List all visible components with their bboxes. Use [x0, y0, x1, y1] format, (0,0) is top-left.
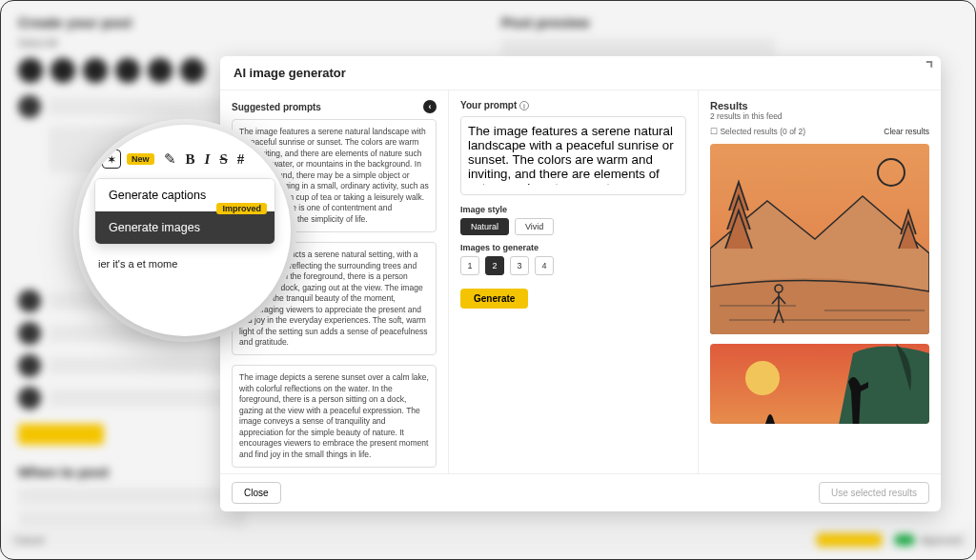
- your-prompt-heading: Your prompt: [460, 100, 517, 110]
- suggested-heading: Suggested prompts: [232, 102, 321, 112]
- new-badge: New: [127, 153, 154, 165]
- ai-icon[interactable]: ✶: [102, 150, 121, 169]
- info-icon[interactable]: i: [519, 101, 529, 110]
- images-count-label: Images to generate: [460, 243, 686, 252]
- generate-button[interactable]: Generate: [460, 289, 528, 309]
- chevron-left-icon[interactable]: ‹: [423, 100, 437, 113]
- style-natural[interactable]: Natural: [460, 218, 509, 235]
- hash-icon[interactable]: #: [237, 151, 245, 168]
- result-image-2[interactable]: [710, 344, 929, 424]
- create-post-title: Create your post: [18, 14, 475, 30]
- landscape-sketch-thumbnail: [710, 144, 929, 334]
- count-4[interactable]: 4: [535, 256, 554, 275]
- prompt-textarea[interactable]: [468, 124, 679, 185]
- clear-results[interactable]: Clear results: [884, 127, 929, 136]
- select-all-label: Select All: [18, 38, 475, 49]
- count-2[interactable]: 2: [485, 256, 504, 275]
- editor-toolbar: ✶ New ✎ B I S #: [96, 150, 274, 178]
- result-image-1[interactable]: [710, 144, 929, 334]
- suggested-prompt-3[interactable]: The image depicts a serene sunset over a…: [232, 365, 437, 468]
- magnifier-callout: ✶ New ✎ B I S # Generate captions Improv…: [79, 125, 291, 336]
- strikethrough-icon[interactable]: S: [219, 151, 227, 168]
- modal-title: AI image generator: [234, 66, 346, 80]
- count-1[interactable]: 1: [460, 256, 479, 275]
- use-selected-results-button[interactable]: Use selected results: [819, 482, 929, 504]
- results-count: 2 results in this feed: [710, 111, 783, 121]
- results-heading: Results: [710, 100, 783, 111]
- count-3[interactable]: 3: [510, 256, 529, 275]
- your-prompt-panel: Your prompt i Image style Natural Vivid …: [449, 90, 699, 473]
- post-preview-title: Post preview: [501, 14, 958, 30]
- selected-results-label[interactable]: Selected results (0 of 2): [720, 127, 805, 136]
- ai-dropdown-menu: Generate captions Improved Generate imag…: [94, 178, 275, 245]
- image-style-label: Image style: [460, 205, 686, 214]
- results-panel: Results 2 results in this feed ☐ Selecte…: [699, 90, 941, 473]
- ai-image-generator-modal: AI image generator ⌝ Suggested prompts ‹…: [220, 56, 941, 511]
- sunset-silhouette-thumbnail: [710, 344, 929, 424]
- italic-icon[interactable]: I: [205, 151, 211, 168]
- generate-images-label: Generate images: [109, 221, 200, 234]
- cancel-link: Cancel: [14, 535, 44, 546]
- approved-label: Approved: [921, 535, 962, 546]
- improved-badge: Improved: [216, 203, 267, 214]
- style-vivid[interactable]: Vivid: [515, 218, 554, 235]
- svg-point-4: [745, 361, 780, 395]
- lens-caption-text: ier it's a et mome: [96, 258, 274, 270]
- generate-images-item[interactable]: Improved Generate images: [95, 211, 274, 244]
- bold-icon[interactable]: B: [186, 151, 195, 168]
- close-icon[interactable]: ⌝: [925, 60, 933, 77]
- close-button[interactable]: Close: [232, 482, 281, 504]
- wand-icon[interactable]: ✎: [164, 150, 176, 168]
